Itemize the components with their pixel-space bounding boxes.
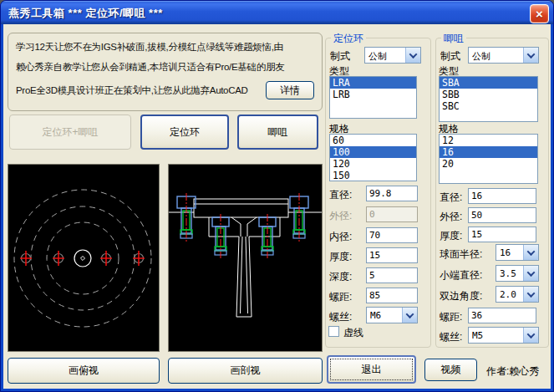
- nozzle-outer-diameter-input[interactable]: [468, 207, 536, 223]
- ring-screw-value: M6: [367, 308, 402, 323]
- chevron-down-icon[interactable]: [523, 328, 538, 343]
- ring-thickness-input[interactable]: [366, 247, 418, 263]
- nozzle-group-title: 唧咀: [441, 32, 466, 46]
- ring-outer-diameter-label: 外径:: [329, 209, 352, 223]
- list-item[interactable]: 60: [330, 135, 416, 146]
- chevron-down-icon[interactable]: [523, 287, 538, 302]
- top-view-panel: [8, 164, 160, 352]
- list-item[interactable]: LRB: [330, 89, 416, 100]
- nozzle-angle-value: 2.0: [496, 287, 523, 302]
- ring-plus-nozzle-button[interactable]: 定位环+唧咀: [9, 115, 131, 150]
- list-item[interactable]: 120: [330, 158, 416, 170]
- section-view-drawing: [169, 165, 322, 351]
- ring-screw-label: 螺丝:: [329, 310, 352, 324]
- author-label: 作者:赖心秀: [486, 364, 539, 379]
- ring-button[interactable]: 定位环: [140, 115, 229, 150]
- nozzle-standard-label: 制式: [440, 49, 460, 64]
- dialog-window: 燕秀工具箱 *** 定位环/唧咀 *** × 学习12天让您不在为IGS补破面,…: [0, 0, 554, 392]
- chevron-down-icon[interactable]: [523, 48, 538, 63]
- nozzle-sphere-radius-value: 16: [496, 245, 523, 260]
- list-item[interactable]: LRA: [330, 77, 416, 89]
- promo-panel: 学习12天让您不在为IGS补破面,拔模,分模红点绿线等难题烦恼,由 赖心秀亲自教…: [8, 33, 323, 111]
- dashed-line-checkbox[interactable]: [328, 326, 339, 337]
- list-item[interactable]: SBA: [440, 77, 537, 89]
- ring-diameter-input[interactable]: [366, 186, 418, 201]
- ring-depth-label: 深度:: [329, 270, 352, 284]
- ring-standard-combo[interactable]: 公制: [364, 47, 421, 64]
- section-view-panel: [168, 164, 323, 352]
- list-item[interactable]: 150: [330, 170, 416, 181]
- draw-top-view-button[interactable]: 画俯视: [8, 358, 160, 384]
- ring-spec-listbox[interactable]: 60100120150: [329, 134, 417, 181]
- nozzle-sphere-radius-label: 球面半径:: [440, 247, 482, 262]
- nozzle-screw-combo[interactable]: M5: [468, 327, 539, 344]
- detail-button[interactable]: 详情: [266, 81, 314, 99]
- promo-line-3: ProE全3D模具设计班正在策划中,让您从此抛弃AutoCAD: [16, 84, 248, 97]
- ring-group-title: 定位环: [331, 32, 366, 46]
- exit-button[interactable]: 退出: [327, 355, 416, 384]
- nozzle-standard-combo[interactable]: 公制: [468, 47, 539, 64]
- nozzle-sphere-radius-combo[interactable]: 16: [496, 244, 539, 261]
- chevron-down-icon[interactable]: [523, 245, 538, 260]
- ring-screw-pitch-input[interactable]: [366, 288, 418, 303]
- ring-type-listbox[interactable]: LRALRB: [329, 76, 417, 119]
- promo-line-2: 赖心秀亲自教学让您从会到精通,本培训只适合有Pro/E基础的朋友: [16, 61, 284, 74]
- ring-depth-input[interactable]: [366, 267, 418, 283]
- nozzle-screw-pitch-input[interactable]: [468, 308, 536, 323]
- draw-section-view-button[interactable]: 画剖视: [168, 358, 323, 384]
- window-title: 燕秀工具箱 *** 定位环/唧咀 ***: [8, 6, 163, 21]
- nozzle-thickness-input[interactable]: [468, 227, 536, 242]
- dialog-body: 学习12天让您不在为IGS补破面,拔模,分模红点绿线等难题烦恼,由 赖心秀亲自教…: [3, 24, 551, 389]
- nozzle-angle-label: 双边角度:: [440, 289, 482, 303]
- top-view-drawing: [8, 165, 159, 351]
- list-item[interactable]: SBB: [440, 89, 537, 100]
- nozzle-outer-diameter-label: 外径:: [440, 210, 462, 224]
- ring-screw-combo[interactable]: M6: [366, 307, 418, 323]
- list-item[interactable]: SBC: [440, 100, 537, 112]
- ring-inner-diameter-input[interactable]: [366, 227, 418, 243]
- nozzle-small-end-diameter-value: 3.5: [496, 266, 523, 281]
- ring-outer-diameter-input: [366, 206, 418, 222]
- chevron-down-icon[interactable]: [405, 48, 420, 63]
- nozzle-screw-pitch-label: 螺距:: [440, 310, 462, 324]
- nozzle-small-end-diameter-combo[interactable]: 3.5: [496, 265, 539, 282]
- nozzle-button[interactable]: 唧咀: [237, 115, 318, 150]
- nozzle-small-end-diameter-label: 小端直径:: [440, 268, 482, 283]
- list-item[interactable]: 20: [440, 158, 537, 170]
- dashed-line-label: 虚线: [343, 326, 363, 340]
- nozzle-standard-value: 公制: [469, 48, 523, 63]
- ring-inner-diameter-label: 内径:: [329, 230, 352, 244]
- nozzle-diameter-input[interactable]: [468, 188, 536, 204]
- nozzle-diameter-label: 直径:: [440, 191, 462, 205]
- chevron-down-icon[interactable]: [523, 266, 538, 281]
- nozzle-spec-listbox[interactable]: 121620: [439, 134, 538, 184]
- nozzle-screw-label: 螺丝:: [440, 330, 462, 344]
- nozzle-type-listbox[interactable]: SBASBBSBC: [439, 76, 538, 122]
- nozzle-angle-combo[interactable]: 2.0: [496, 286, 539, 303]
- ring-standard-label: 制式: [330, 49, 350, 64]
- nozzle-thickness-label: 厚度:: [440, 229, 462, 243]
- list-item[interactable]: 100: [330, 146, 416, 158]
- ring-thickness-label: 厚度:: [329, 250, 352, 264]
- close-button[interactable]: ×: [530, 4, 549, 23]
- video-button[interactable]: 视频: [424, 359, 477, 381]
- list-item[interactable]: 16: [440, 146, 537, 158]
- promo-line-1: 学习12天让您不在为IGS补破面,拔模,分模红点绿线等难题烦恼,由: [16, 41, 283, 53]
- ring-diameter-label: 直径:: [329, 188, 352, 202]
- close-icon: ×: [536, 8, 543, 20]
- ring-screw-pitch-label: 螺距:: [329, 290, 352, 304]
- nozzle-screw-value: M5: [469, 328, 523, 343]
- ring-standard-value: 公制: [365, 48, 405, 63]
- chevron-down-icon[interactable]: [402, 308, 417, 323]
- list-item[interactable]: 12: [440, 135, 537, 146]
- title-bar[interactable]: 燕秀工具箱 *** 定位环/唧咀 *** ×: [1, 1, 553, 24]
